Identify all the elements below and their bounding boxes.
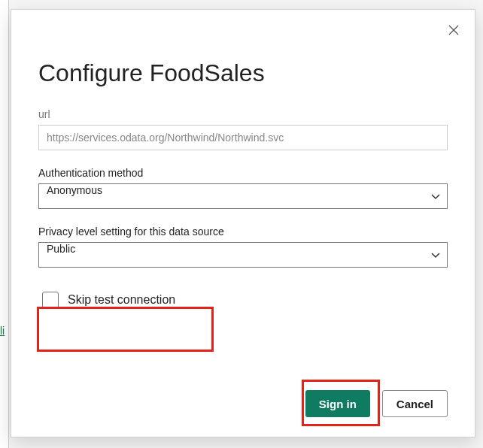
dialog-footer: Sign in Cancel — [305, 390, 448, 417]
configure-dialog: Configure FoodSales url Authentication m… — [11, 9, 475, 437]
backdrop-panel — [0, 0, 9, 448]
auth-select-wrap: Anonymous — [38, 183, 448, 209]
auth-label: Authentication method — [38, 167, 448, 179]
sign-in-button[interactable]: Sign in — [305, 390, 370, 417]
dialog-title: Configure FoodSales — [38, 59, 448, 87]
privacy-field-group: Privacy level setting for this data sour… — [38, 226, 448, 268]
privacy-select[interactable]: Public — [38, 242, 448, 268]
url-input[interactable] — [38, 125, 448, 150]
auth-select[interactable]: Anonymous — [38, 183, 448, 209]
cancel-button[interactable]: Cancel — [382, 390, 448, 417]
close-icon — [448, 25, 459, 38]
privacy-select-wrap: Public — [38, 242, 448, 268]
skip-test-row: Skip test connection — [42, 292, 175, 308]
privacy-label: Privacy level setting for this data sour… — [38, 226, 448, 238]
backdrop-link-fragment[interactable]: li — [0, 325, 5, 337]
skip-test-label: Skip test connection — [68, 293, 175, 307]
annotation-highlight-checkbox — [37, 307, 214, 352]
url-field-group: url — [38, 108, 448, 150]
skip-test-checkbox[interactable] — [42, 292, 59, 308]
close-button[interactable] — [443, 20, 464, 41]
auth-field-group: Authentication method Anonymous — [38, 167, 448, 209]
url-label: url — [38, 108, 448, 120]
